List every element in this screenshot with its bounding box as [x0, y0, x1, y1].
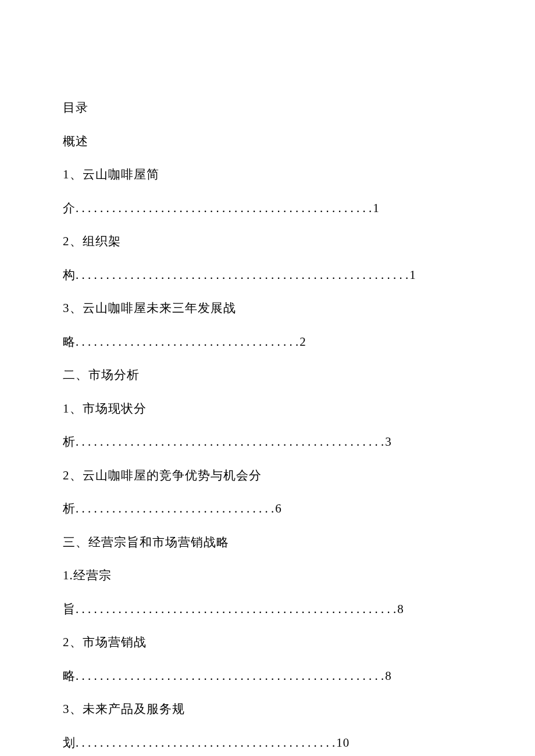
- toc-page-number: 10: [336, 734, 349, 753]
- toc-page-number: 8: [397, 600, 404, 619]
- toc-entry-dotted: 旨 . . . . . . . . . . . . . . . . . . . …: [63, 600, 472, 619]
- toc-entry: 1、市场现状分: [63, 400, 472, 418]
- toc-entry-suffix: 析: [63, 500, 76, 518]
- toc-dots: . . . . . . . . . . . . . . . . . . . . …: [76, 333, 298, 352]
- toc-entry-suffix: 划: [63, 734, 76, 753]
- toc-dots: . . . . . . . . . . . . . . . . . . . . …: [76, 667, 384, 686]
- toc-entry: 1、云山咖啡屋简: [63, 166, 472, 184]
- toc-page-number: 2: [299, 333, 306, 352]
- section-heading-overview: 概述: [63, 132, 472, 151]
- toc-entry: 2、云山咖啡屋的竞争优势与机会分: [63, 467, 472, 485]
- toc-entry: 2、组织架: [63, 232, 472, 251]
- toc-entry-dotted: 略 . . . . . . . . . . . . . . . . . . . …: [63, 667, 472, 686]
- toc-page-number: 6: [275, 500, 282, 518]
- toc-dots: . . . . . . . . . . . . . . . . . . . . …: [76, 500, 274, 518]
- toc-entry-dotted: 略 . . . . . . . . . . . . . . . . . . . …: [63, 333, 472, 352]
- toc-page-number: 1: [409, 266, 416, 285]
- toc-page-number: 8: [385, 667, 392, 686]
- toc-entry-suffix: 介: [63, 199, 76, 218]
- toc-dots: . . . . . . . . . . . . . . . . . . . . …: [76, 266, 408, 285]
- toc-dots: . . . . . . . . . . . . . . . . . . . . …: [76, 734, 335, 753]
- toc-title: 目录: [63, 99, 472, 117]
- toc-entry-suffix: 析: [63, 433, 76, 452]
- toc-entry-suffix: 构: [63, 266, 76, 285]
- toc-entry: 3、未来产品及服务规: [63, 700, 472, 719]
- section-heading-3: 三、经营宗旨和市场营销战略: [63, 533, 472, 552]
- toc-entry: 3、云山咖啡屋未来三年发展战: [63, 299, 472, 318]
- toc-dots: . . . . . . . . . . . . . . . . . . . . …: [76, 600, 396, 619]
- toc-entry-suffix: 略: [63, 333, 76, 352]
- toc-entry-dotted: 析 . . . . . . . . . . . . . . . . . . . …: [63, 433, 472, 452]
- toc-dots: . . . . . . . . . . . . . . . . . . . . …: [76, 199, 372, 218]
- toc-entry-dotted: 析 . . . . . . . . . . . . . . . . . . . …: [63, 500, 472, 518]
- section-heading-2: 二、市场分析: [63, 366, 472, 385]
- toc-entry: 2、市场营销战: [63, 633, 472, 652]
- toc-entry-dotted: 介 . . . . . . . . . . . . . . . . . . . …: [63, 199, 472, 218]
- toc-dots: . . . . . . . . . . . . . . . . . . . . …: [76, 433, 384, 452]
- toc-page-number: 3: [385, 433, 392, 452]
- toc-entry: 1.经营宗: [63, 567, 472, 585]
- toc-page-number: 1: [373, 199, 380, 218]
- toc-entry-dotted: 划 . . . . . . . . . . . . . . . . . . . …: [63, 734, 472, 753]
- toc-entry-dotted: 构 . . . . . . . . . . . . . . . . . . . …: [63, 266, 472, 285]
- toc-entry-suffix: 略: [63, 667, 76, 686]
- toc-entry-suffix: 旨: [63, 600, 76, 619]
